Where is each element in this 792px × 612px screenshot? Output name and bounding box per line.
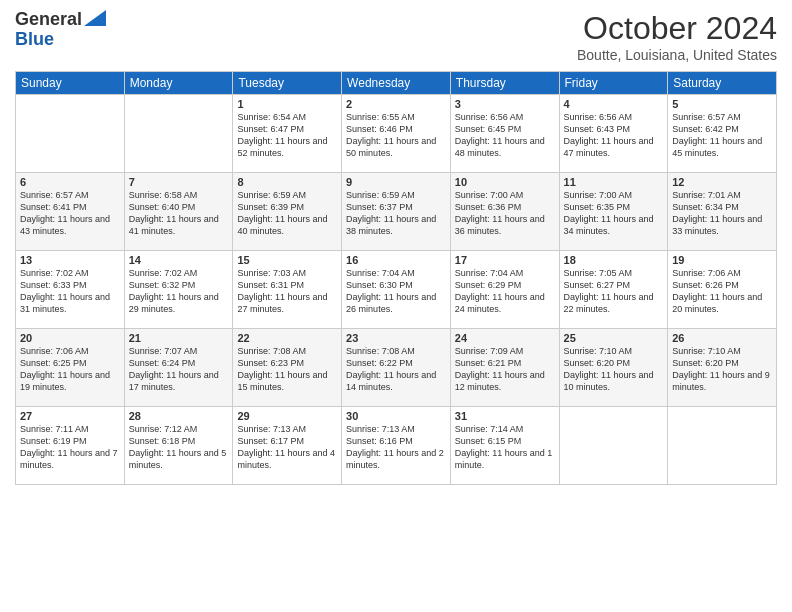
day-info: Sunrise: 7:10 AMSunset: 6:20 PMDaylight:… [564,345,664,394]
day-cell [124,95,233,173]
day-number: 4 [564,98,664,110]
day-cell [16,95,125,173]
day-number: 28 [129,410,229,422]
weekday-header-wednesday: Wednesday [342,72,451,95]
day-cell: 11Sunrise: 7:00 AMSunset: 6:35 PMDayligh… [559,173,668,251]
week-row-3: 13Sunrise: 7:02 AMSunset: 6:33 PMDayligh… [16,251,777,329]
day-cell: 19Sunrise: 7:06 AMSunset: 6:26 PMDayligh… [668,251,777,329]
weekday-header-thursday: Thursday [450,72,559,95]
day-info: Sunrise: 7:01 AMSunset: 6:34 PMDaylight:… [672,189,772,238]
day-info: Sunrise: 6:55 AMSunset: 6:46 PMDaylight:… [346,111,446,160]
day-info: Sunrise: 7:08 AMSunset: 6:23 PMDaylight:… [237,345,337,394]
day-cell: 9Sunrise: 6:59 AMSunset: 6:37 PMDaylight… [342,173,451,251]
day-cell: 7Sunrise: 6:58 AMSunset: 6:40 PMDaylight… [124,173,233,251]
calendar-table: SundayMondayTuesdayWednesdayThursdayFrid… [15,71,777,485]
day-cell: 4Sunrise: 6:56 AMSunset: 6:43 PMDaylight… [559,95,668,173]
day-cell [668,407,777,485]
day-cell [559,407,668,485]
day-info: Sunrise: 6:58 AMSunset: 6:40 PMDaylight:… [129,189,229,238]
day-info: Sunrise: 6:59 AMSunset: 6:39 PMDaylight:… [237,189,337,238]
day-cell: 28Sunrise: 7:12 AMSunset: 6:18 PMDayligh… [124,407,233,485]
weekday-header-row: SundayMondayTuesdayWednesdayThursdayFrid… [16,72,777,95]
logo-icon [84,10,106,26]
day-number: 9 [346,176,446,188]
day-number: 1 [237,98,337,110]
day-cell: 31Sunrise: 7:14 AMSunset: 6:15 PMDayligh… [450,407,559,485]
day-info: Sunrise: 7:06 AMSunset: 6:26 PMDaylight:… [672,267,772,316]
day-info: Sunrise: 6:54 AMSunset: 6:47 PMDaylight:… [237,111,337,160]
day-info: Sunrise: 7:00 AMSunset: 6:35 PMDaylight:… [564,189,664,238]
day-number: 30 [346,410,446,422]
day-info: Sunrise: 7:06 AMSunset: 6:25 PMDaylight:… [20,345,120,394]
day-number: 15 [237,254,337,266]
month-title: October 2024 [577,10,777,47]
week-row-5: 27Sunrise: 7:11 AMSunset: 6:19 PMDayligh… [16,407,777,485]
day-number: 6 [20,176,120,188]
day-number: 8 [237,176,337,188]
day-info: Sunrise: 7:09 AMSunset: 6:21 PMDaylight:… [455,345,555,394]
day-cell: 3Sunrise: 6:56 AMSunset: 6:45 PMDaylight… [450,95,559,173]
day-number: 16 [346,254,446,266]
day-cell: 16Sunrise: 7:04 AMSunset: 6:30 PMDayligh… [342,251,451,329]
week-row-4: 20Sunrise: 7:06 AMSunset: 6:25 PMDayligh… [16,329,777,407]
day-info: Sunrise: 7:02 AMSunset: 6:33 PMDaylight:… [20,267,120,316]
day-cell: 26Sunrise: 7:10 AMSunset: 6:20 PMDayligh… [668,329,777,407]
day-info: Sunrise: 6:57 AMSunset: 6:41 PMDaylight:… [20,189,120,238]
day-cell: 10Sunrise: 7:00 AMSunset: 6:36 PMDayligh… [450,173,559,251]
day-number: 23 [346,332,446,344]
day-cell: 15Sunrise: 7:03 AMSunset: 6:31 PMDayligh… [233,251,342,329]
logo-blue: Blue [15,30,54,50]
weekday-header-tuesday: Tuesday [233,72,342,95]
day-info: Sunrise: 7:02 AMSunset: 6:32 PMDaylight:… [129,267,229,316]
weekday-header-friday: Friday [559,72,668,95]
day-info: Sunrise: 7:07 AMSunset: 6:24 PMDaylight:… [129,345,229,394]
day-info: Sunrise: 7:00 AMSunset: 6:36 PMDaylight:… [455,189,555,238]
day-info: Sunrise: 6:56 AMSunset: 6:43 PMDaylight:… [564,111,664,160]
day-number: 3 [455,98,555,110]
day-info: Sunrise: 7:10 AMSunset: 6:20 PMDaylight:… [672,345,772,394]
day-info: Sunrise: 7:08 AMSunset: 6:22 PMDaylight:… [346,345,446,394]
day-cell: 12Sunrise: 7:01 AMSunset: 6:34 PMDayligh… [668,173,777,251]
day-info: Sunrise: 7:05 AMSunset: 6:27 PMDaylight:… [564,267,664,316]
header: General Blue October 2024 Boutte, Louisi… [15,10,777,63]
day-cell: 20Sunrise: 7:06 AMSunset: 6:25 PMDayligh… [16,329,125,407]
day-cell: 24Sunrise: 7:09 AMSunset: 6:21 PMDayligh… [450,329,559,407]
day-cell: 25Sunrise: 7:10 AMSunset: 6:20 PMDayligh… [559,329,668,407]
day-info: Sunrise: 7:14 AMSunset: 6:15 PMDaylight:… [455,423,555,472]
day-number: 18 [564,254,664,266]
day-number: 19 [672,254,772,266]
day-number: 2 [346,98,446,110]
day-cell: 1Sunrise: 6:54 AMSunset: 6:47 PMDaylight… [233,95,342,173]
logo: General Blue [15,10,106,50]
day-cell: 13Sunrise: 7:02 AMSunset: 6:33 PMDayligh… [16,251,125,329]
day-cell: 14Sunrise: 7:02 AMSunset: 6:32 PMDayligh… [124,251,233,329]
day-cell: 8Sunrise: 6:59 AMSunset: 6:39 PMDaylight… [233,173,342,251]
day-info: Sunrise: 6:59 AMSunset: 6:37 PMDaylight:… [346,189,446,238]
day-info: Sunrise: 7:12 AMSunset: 6:18 PMDaylight:… [129,423,229,472]
day-number: 13 [20,254,120,266]
day-number: 22 [237,332,337,344]
weekday-header-sunday: Sunday [16,72,125,95]
day-info: Sunrise: 7:04 AMSunset: 6:29 PMDaylight:… [455,267,555,316]
day-info: Sunrise: 6:56 AMSunset: 6:45 PMDaylight:… [455,111,555,160]
calendar-container: General Blue October 2024 Boutte, Louisi… [0,0,792,612]
svg-marker-0 [84,10,106,26]
week-row-1: 1Sunrise: 6:54 AMSunset: 6:47 PMDaylight… [16,95,777,173]
day-number: 21 [129,332,229,344]
day-number: 31 [455,410,555,422]
location: Boutte, Louisiana, United States [577,47,777,63]
day-cell: 21Sunrise: 7:07 AMSunset: 6:24 PMDayligh… [124,329,233,407]
day-number: 27 [20,410,120,422]
day-cell: 30Sunrise: 7:13 AMSunset: 6:16 PMDayligh… [342,407,451,485]
day-number: 12 [672,176,772,188]
day-info: Sunrise: 7:13 AMSunset: 6:16 PMDaylight:… [346,423,446,472]
day-cell: 27Sunrise: 7:11 AMSunset: 6:19 PMDayligh… [16,407,125,485]
day-number: 10 [455,176,555,188]
day-number: 5 [672,98,772,110]
day-info: Sunrise: 7:11 AMSunset: 6:19 PMDaylight:… [20,423,120,472]
day-number: 17 [455,254,555,266]
day-number: 24 [455,332,555,344]
weekday-header-monday: Monday [124,72,233,95]
day-info: Sunrise: 7:13 AMSunset: 6:17 PMDaylight:… [237,423,337,472]
day-number: 29 [237,410,337,422]
